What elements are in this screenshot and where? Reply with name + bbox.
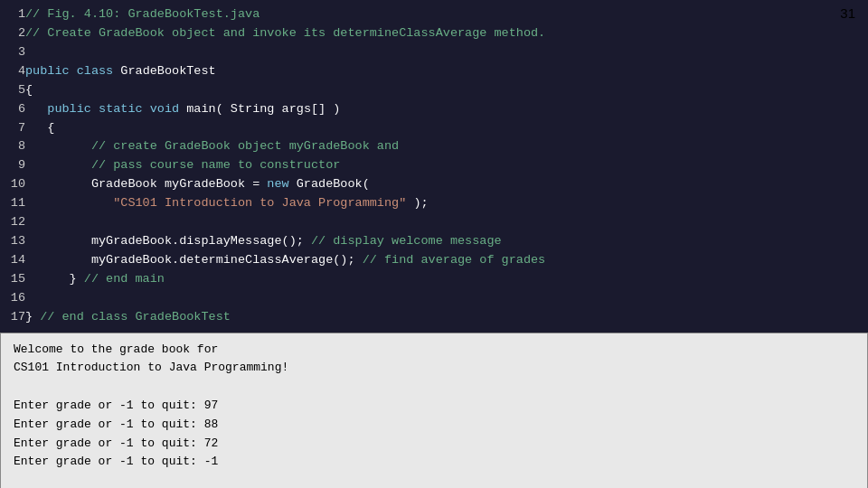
code-token: // create GradeBook object myGradeBook a…	[91, 139, 399, 153]
line-number: 3	[0, 43, 25, 62]
code-token: main( String args[] )	[179, 102, 340, 116]
code-line: 8 // create GradeBook object myGradeBook…	[0, 137, 868, 156]
code-token	[25, 196, 113, 210]
code-token: // end main	[84, 272, 165, 286]
code-line: 13 myGradeBook.displayMessage(); // disp…	[0, 232, 868, 251]
code-token: class	[77, 64, 114, 78]
line-content: // Create GradeBook object and invoke it…	[25, 24, 868, 43]
line-content: // Fig. 4.10: GradeBookTest.java	[25, 5, 868, 24]
code-token	[143, 102, 150, 116]
code-token: // end class GradeBookTest	[40, 310, 231, 324]
code-token: "CS101 Introduction to Java Programming"	[113, 196, 406, 210]
line-content: public static void main( String args[] )	[25, 100, 868, 119]
line-content: GradeBook myGradeBook = new GradeBook(	[25, 175, 868, 194]
code-token: public	[47, 102, 91, 116]
line-number: 5	[0, 81, 25, 100]
code-line: 7 {	[0, 119, 868, 138]
line-content: } // end class GradeBookTest	[25, 308, 868, 327]
line-number: 9	[0, 156, 25, 175]
code-table: 1// Fig. 4.10: GradeBookTest.java2// Cre…	[0, 5, 868, 327]
code-line: 11 "CS101 Introduction to Java Programmi…	[0, 194, 868, 213]
line-number: 6	[0, 100, 25, 119]
line-content	[25, 43, 868, 62]
code-line: 4public class GradeBookTest	[0, 62, 868, 81]
code-token	[25, 158, 91, 172]
code-token: void	[150, 102, 179, 116]
code-line: 12	[0, 213, 868, 232]
line-number: 2	[0, 24, 25, 43]
code-line: 15 } // end main	[0, 270, 868, 289]
code-token: new	[267, 177, 288, 191]
code-token: myGradeBook.displayMessage();	[25, 234, 311, 248]
code-line: 10 GradeBook myGradeBook = new GradeBook…	[0, 175, 868, 194]
line-number: 14	[0, 251, 25, 270]
line-content	[25, 213, 868, 232]
line-content	[25, 289, 868, 308]
code-token: GradeBook myGradeBook =	[25, 177, 267, 191]
line-content: "CS101 Introduction to Java Programming"…	[25, 194, 868, 213]
line-number: 16	[0, 289, 25, 308]
line-content: // pass course name to constructor	[25, 156, 868, 175]
slide-container: 31 1// Fig. 4.10: GradeBookTest.java2// …	[0, 0, 868, 488]
code-token: {	[25, 121, 54, 135]
code-token: // Fig. 4.10: GradeBookTest.java	[25, 7, 259, 21]
output-section: Welcome to the grade book for CS101 Intr…	[0, 333, 868, 488]
code-line: 14 myGradeBook.determineClassAverage(); …	[0, 251, 868, 270]
line-content: myGradeBook.determineClassAverage(); // …	[25, 251, 868, 270]
line-number: 12	[0, 213, 25, 232]
code-line: 3	[0, 43, 868, 62]
code-token: static	[99, 102, 143, 116]
code-line: 17} // end class GradeBookTest	[0, 308, 868, 327]
line-content: myGradeBook.displayMessage(); // display…	[25, 232, 868, 251]
output-text: Welcome to the grade book for CS101 Intr…	[14, 341, 854, 488]
line-content: // create GradeBook object myGradeBook a…	[25, 137, 868, 156]
line-content: public class GradeBookTest	[25, 62, 868, 81]
line-number: 4	[0, 62, 25, 81]
code-token: }	[25, 272, 84, 286]
code-token: }	[25, 310, 40, 324]
code-token: myGradeBook.determineClassAverage();	[25, 253, 363, 267]
line-number: 17	[0, 308, 25, 327]
line-content: {	[25, 81, 868, 100]
code-token: GradeBook(	[289, 177, 370, 191]
code-token: {	[25, 83, 33, 97]
line-content: } // end main	[25, 270, 868, 289]
line-number: 7	[0, 119, 25, 138]
code-token: // display welcome message	[311, 234, 502, 248]
code-token: // pass course name to constructor	[91, 158, 340, 172]
code-line: 16	[0, 289, 868, 308]
slide-number: 31	[840, 5, 855, 21]
code-token: GradeBookTest	[113, 64, 215, 78]
code-line: 9 // pass course name to constructor	[0, 156, 868, 175]
line-number: 10	[0, 175, 25, 194]
code-token: // Create GradeBook object and invoke it…	[25, 26, 545, 40]
code-line: 1// Fig. 4.10: GradeBookTest.java	[0, 5, 868, 24]
code-token	[25, 139, 91, 153]
line-number: 11	[0, 194, 25, 213]
code-token	[70, 64, 77, 78]
line-number: 8	[0, 137, 25, 156]
code-token: // find average of grades	[363, 253, 546, 267]
code-section: 1// Fig. 4.10: GradeBookTest.java2// Cre…	[0, 0, 868, 333]
line-number: 1	[0, 5, 25, 24]
code-token	[91, 102, 99, 116]
code-line: 2// Create GradeBook object and invoke i…	[0, 24, 868, 43]
code-token: );	[406, 196, 428, 210]
line-content: {	[25, 119, 868, 138]
code-line: 6 public static void main( String args[]…	[0, 100, 868, 119]
code-line: 5{	[0, 81, 868, 100]
line-number: 15	[0, 270, 25, 289]
line-number: 13	[0, 232, 25, 251]
code-token	[25, 102, 47, 116]
code-token: public	[25, 64, 70, 78]
